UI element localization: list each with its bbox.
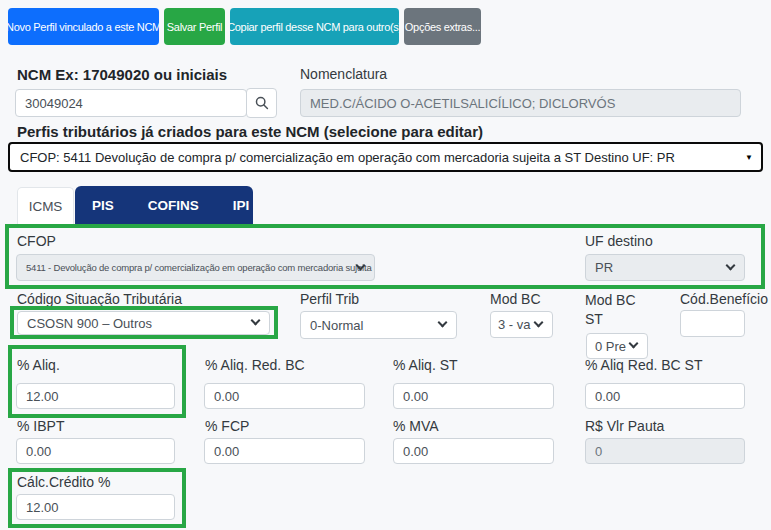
profiles-select[interactable]: CFOP: 5411 Devolução de compra p/ comerc… [8, 142, 763, 172]
perfil-trib-label: Perfil Trib [300, 291, 359, 307]
aliq-red-bc-label: % Aliq. Red. BC [205, 357, 305, 373]
chevron-down-icon [534, 317, 544, 327]
magnifier-icon [255, 96, 269, 110]
mod-bc-st-select[interactable]: 0 Pre [586, 333, 648, 359]
cst-select[interactable]: CSOSN 900 – Outros [17, 311, 270, 335]
perfil-trib-select[interactable]: 0-Normal [300, 311, 457, 339]
aliq-st-input[interactable] [393, 383, 554, 409]
cod-beneficio-input[interactable] [680, 310, 745, 337]
aliq-red-bc-st-input[interactable] [585, 383, 745, 409]
copy-profile-button[interactable]: Copiar perfil desse NCM para outro(s) [230, 8, 399, 45]
extra-options-button[interactable]: Opções extras... [404, 8, 481, 45]
cfop-select[interactable]: 5411 - Devolução de compra p/ comerciali… [16, 254, 375, 281]
ncm-input[interactable] [15, 89, 247, 117]
cst-select-value: CSOSN 900 – Outros [27, 316, 152, 331]
tab-bar: PIS COFINS IPI [75, 186, 253, 224]
perfil-trib-select-value: 0-Normal [310, 318, 363, 333]
nomenclatura-label: Nomenclatura [300, 66, 387, 82]
aliq-st-label: % Aliq. ST [393, 357, 458, 373]
aliq-input[interactable] [16, 383, 175, 409]
vlr-pauta-input [585, 438, 745, 464]
vlr-pauta-label: R$ Vlr Pauta [585, 418, 664, 434]
mod-bc-label: Mod BC [490, 291, 541, 307]
aliq-label: % Aliq. [17, 357, 60, 373]
cfop-label: CFOP [17, 233, 56, 249]
ncm-label: NCM Ex: 17049020 ou iniciais [17, 66, 227, 83]
mod-bc-st-select-value: 0 Pre [595, 339, 626, 354]
aliq-red-bc-st-label: % Aliq Red. BC ST [585, 357, 703, 373]
nomenclatura-field: MED.C/ÁCIDO O-ACETILSALICÍLICO; DICLORVÓ… [300, 89, 741, 117]
chevron-down-icon [726, 260, 736, 270]
search-button[interactable] [246, 88, 277, 118]
save-profile-button[interactable]: Salvar Perfil [164, 8, 225, 45]
cfop-select-value: 5411 - Devolução de compra p/ comerciali… [26, 262, 375, 273]
tab-pis[interactable]: PIS [75, 198, 131, 213]
uf-destino-label: UF destino [585, 233, 653, 249]
ibpt-input[interactable] [16, 438, 175, 464]
profiles-label: Perfis tributários já criados para este … [17, 123, 483, 140]
ibpt-label: % IBPT [17, 418, 64, 434]
fcp-input[interactable] [204, 438, 365, 464]
cod-beneficio-label: Cód.Benefício [680, 291, 768, 307]
calc-credito-input[interactable] [16, 494, 175, 520]
calc-credito-label: Cálc.Crédito % [17, 474, 110, 490]
profiles-select-value: CFOP: 5411 Devolução de compra p/ comerc… [20, 150, 675, 165]
uf-destino-select-value: PR [595, 260, 613, 275]
chevron-down-icon [251, 316, 261, 326]
fcp-label: % FCP [205, 418, 249, 434]
mod-bc-select-value: 3 - va [498, 317, 531, 332]
mod-bc-select[interactable]: 3 - va [490, 311, 553, 338]
aliq-red-bc-input[interactable] [204, 383, 365, 409]
ncm-tax-profile-page: Novo Perfil vinculado a este NCM Salvar … [0, 0, 771, 530]
new-profile-button[interactable]: Novo Perfil vinculado a este NCM [8, 8, 159, 45]
chevron-down-icon [629, 339, 639, 349]
toolbar: Novo Perfil vinculado a este NCM Salvar … [8, 8, 481, 45]
dropdown-arrow-icon: ▼ [745, 153, 753, 162]
mva-label: % MVA [393, 418, 439, 434]
uf-destino-select[interactable]: PR [585, 254, 745, 281]
tab-icms[interactable]: ICMS [17, 187, 74, 224]
chevron-down-icon [438, 318, 448, 328]
tab-ipi[interactable]: IPI [216, 198, 267, 213]
mva-input[interactable] [393, 438, 554, 464]
cst-label: Código Situação Tributária [17, 291, 182, 307]
tab-cofins[interactable]: COFINS [131, 198, 216, 213]
mod-bc-st-label: Mod BC ST [585, 291, 647, 329]
